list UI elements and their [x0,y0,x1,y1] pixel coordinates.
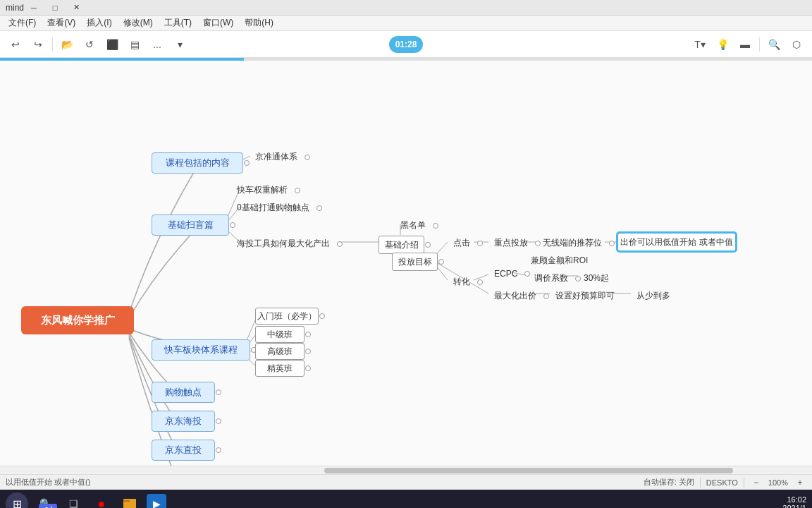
font-button[interactable]: T▾ [690,35,710,54]
node-l1-4[interactable]: 购物触点 [152,382,215,403]
node-wireless[interactable]: 无线端的推荐位 [537,235,608,251]
layout-button[interactable]: ▬ [735,35,755,54]
node-click[interactable]: 点击 [448,235,476,251]
node-m2-3[interactable]: 0基础打通购物触点 [231,200,315,216]
dot-m2-3[interactable] [316,205,322,211]
node-jichujj[interactable]: 基础介绍 [379,236,424,254]
more-button[interactable]: ... [147,35,167,54]
node-elite[interactable]: 精英班 [255,360,304,377]
toolbar-sep1 [52,37,53,52]
node-setbudget[interactable]: 设置好预算即可 [550,288,620,304]
status-text: 以用低值开始 或者中值() [6,478,90,486]
open-button[interactable]: 📂 [57,35,77,54]
scrollbar-thumb[interactable] [324,468,733,473]
format-button[interactable]: ▤ [125,35,144,54]
start-button[interactable]: ⊞ [6,492,28,508]
timer-text: 01:28 [395,40,417,49]
menu-view[interactable]: 查看(V) [42,16,81,30]
svg-rect-23 [123,500,130,502]
clock-date: 2021/1 [782,504,806,508]
maximize-button[interactable]: □ [45,1,65,14]
export-button[interactable]: ⬛ [102,35,122,54]
dot-haito[interactable] [337,241,343,247]
ai-badge[interactable]: Ai [39,504,57,508]
taskview-button[interactable]: ❑ [62,492,85,508]
node-l1-2[interactable]: 基础扫盲篇 [152,214,229,236]
node-root[interactable]: 东风喊你学推广 [21,306,134,334]
app-red[interactable]: ● [90,492,113,508]
minimize-button[interactable]: ─ [24,1,44,14]
menu-help[interactable]: 帮助(H) [239,16,279,30]
zoom-out-button[interactable]: − [750,476,763,489]
node-m2-2[interactable]: 快车权重解析 [231,182,293,198]
share-button[interactable]: ⬡ [787,35,806,54]
save-button[interactable]: ↺ [80,35,99,54]
node-keyplacement[interactable]: 重点投放 [488,235,534,251]
search-button[interactable]: 🔍 [764,35,784,54]
menu-window[interactable]: 窗口(W) [197,16,239,30]
dot-maxbid[interactable] [543,294,549,299]
desktop-text: DESKTO [706,478,738,487]
dot-m2-1[interactable] [304,155,310,160]
timer-badge: 01:28 [389,36,423,53]
statusbar-left: 以用低值开始 或者中值() [6,477,644,488]
node-ecpc[interactable]: ECPC [488,267,523,281]
dot-target[interactable] [438,259,444,265]
dot-l1-6[interactable] [216,447,221,453]
dot-l1-5[interactable] [216,418,221,424]
dot-click[interactable] [477,241,483,246]
app-file[interactable] [118,492,141,508]
node-lestomore[interactable]: 从少到多 [631,288,676,304]
clock-time: 16:02 [782,495,806,504]
node-convert[interactable]: 转化 [448,274,476,290]
undo-button[interactable]: ↩ [6,35,25,54]
app-blue[interactable]: ▶ [147,494,166,508]
dot-wireless[interactable] [609,241,615,246]
svg-rect-22 [123,499,136,508]
titlebar-controls: ─ □ ✕ [24,1,86,14]
node-blacklist[interactable]: 黑名单 [395,217,431,234]
close-button[interactable]: ✕ [66,1,86,14]
redo-button[interactable]: ↪ [28,35,48,54]
dot-m2-2[interactable] [295,188,300,193]
status-sep2 [744,478,744,488]
canvas[interactable]: 东风喊你学推广 课程包括的内容 基础扫盲篇 快车板块体系课程 购物触点 京东海投… [0,61,812,466]
node-pricefactor[interactable]: 调价系数 [529,270,574,286]
node-advanced[interactable]: 高级班 [255,343,304,360]
dot-l1-1[interactable] [244,160,250,166]
menu-insert[interactable]: 插入(I) [81,16,117,30]
menu-file[interactable]: 文件(F) [3,16,42,30]
dot-intermediate[interactable] [305,332,311,337]
expand-button[interactable]: ▾ [170,35,190,54]
dot-l1-2[interactable] [230,222,235,228]
dot-advanced[interactable] [305,349,311,354]
node-balance[interactable]: 兼顾金额和ROI [525,253,593,269]
dot-convert[interactable] [477,279,483,285]
node-haito[interactable]: 海投工具如何最大化产出 [231,236,336,252]
node-beginner[interactable]: 入门班（必学） [255,308,319,325]
scrollbar-h[interactable] [0,466,812,474]
statusbar: 以用低值开始 或者中值() 自动保存: 关闭 DESKTO − 100% + [0,474,812,490]
node-target[interactable]: 投放目标 [392,253,438,271]
dot-elite[interactable] [305,365,311,371]
node-30pct[interactable]: 30%起 [578,270,615,286]
lightbulb-button[interactable]: 💡 [713,35,732,54]
node-intermediate[interactable]: 中级班 [255,326,304,343]
node-l1-5[interactable]: 京东海投 [152,411,215,432]
dot-l1-4[interactable] [216,389,221,395]
zoom-in-button[interactable]: + [794,476,806,489]
node-l1-6[interactable]: 京东直投 [152,440,215,461]
node-m2-1[interactable]: 京准通体系 [250,149,303,165]
node-maxbid[interactable]: 最大化出价 [488,288,542,304]
node-l1-1[interactable]: 课程包括的内容 [152,152,243,174]
dot-blacklist[interactable] [433,223,438,229]
node-bid-selected[interactable]: 出价可以用低值开始 或者中值 [617,232,737,252]
dot-jichujj[interactable] [425,242,431,248]
menu-modify[interactable]: 修改(M) [118,16,159,30]
node-l1-3[interactable]: 快车板块体系课程 [152,339,250,361]
dot-beginner[interactable] [319,313,325,319]
statusbar-right: 自动保存: 关闭 DESKTO − 100% + [644,476,806,489]
menu-tools[interactable]: 工具(T) [159,16,197,30]
status-sep1 [700,478,701,488]
zoom-level: 100% [768,478,788,487]
